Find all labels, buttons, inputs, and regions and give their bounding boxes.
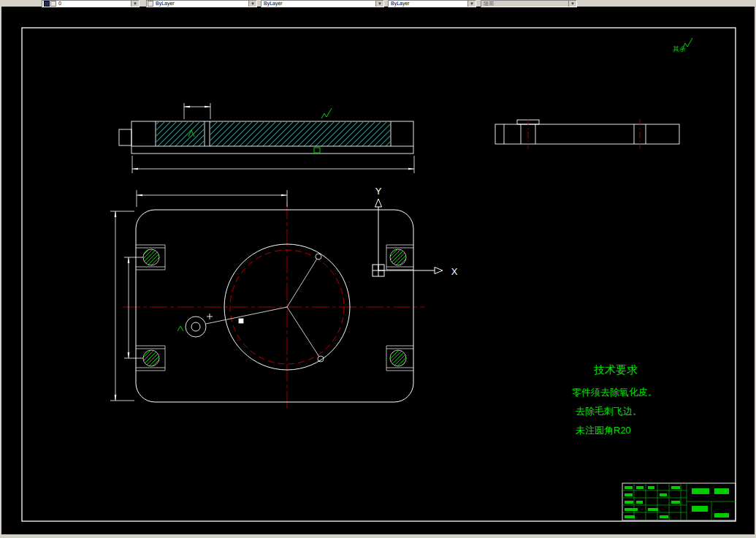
tech-requirements-line3: 未注圆角R20: [576, 425, 631, 436]
layer-combo[interactable]: 0 ▼: [42, 0, 140, 7]
y-axis-label: Y: [375, 186, 382, 197]
layer-combo-value: 0: [56, 1, 131, 7]
plotstyle-combo: 随层 ▼: [481, 0, 577, 7]
cad-application-window: 0 ▼ ByLayer ▼ ByLayer ▼ ByLayer ▼ 随层 ▼: [0, 0, 756, 538]
tech-requirements-line1: 零件须去除氧化皮。: [572, 387, 657, 398]
lineweight-combo[interactable]: ByLayer ▼: [388, 0, 476, 7]
chevron-down-icon[interactable]: ▼: [248, 1, 256, 7]
chevron-down-icon[interactable]: ▼: [375, 1, 383, 7]
color-combo[interactable]: ByLayer ▼: [146, 0, 257, 7]
tech-requirements-line2: 去除毛刺飞边。: [576, 406, 642, 417]
chevron-down-icon[interactable]: ▼: [131, 1, 139, 7]
chevron-down-icon: ▼: [568, 1, 576, 7]
linetype-combo-value: ByLayer: [261, 1, 375, 7]
drawing-canvas[interactable]: Y X 其余 技术要求 零件须去除氧化皮。 去除毛刺飞边。 未注圆角R20: [1, 7, 755, 534]
properties-toolbar: 0 ▼ ByLayer ▼ ByLayer ▼ ByLayer ▼ 随层 ▼: [0, 0, 756, 7]
hatch-area: [210, 122, 390, 146]
hatch-area: [156, 122, 204, 146]
color-combo-value: ByLayer: [153, 1, 248, 7]
plotstyle-combo-value: 随层: [481, 1, 568, 7]
chevron-down-icon[interactable]: ▼: [467, 1, 476, 7]
layer-state-icon: [44, 1, 50, 7]
linetype-combo[interactable]: ByLayer ▼: [261, 0, 384, 7]
tech-requirements-title: 技术要求: [594, 363, 638, 376]
color-swatch-icon: [148, 1, 153, 7]
layer-color-icon: [50, 1, 56, 7]
lineweight-combo-value: ByLayer: [389, 1, 467, 7]
x-axis-label: X: [451, 266, 458, 277]
